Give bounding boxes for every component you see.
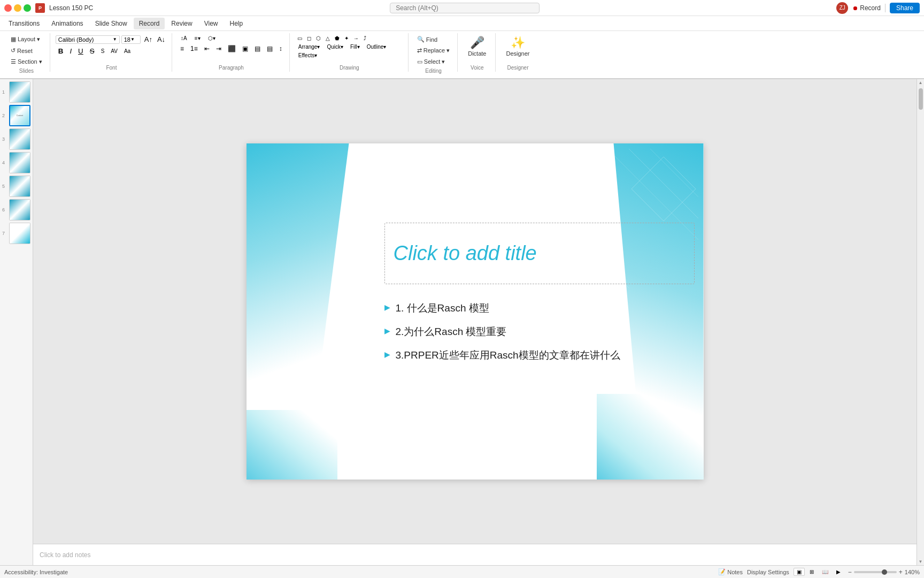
slide-thumb-2[interactable]: Content [9, 105, 30, 126]
align-center-btn[interactable]: ▣ [240, 44, 251, 54]
justify-btn[interactable]: ▤ [264, 44, 275, 54]
menu-record[interactable]: Record [134, 18, 165, 29]
slide-thumb-7[interactable] [9, 223, 30, 244]
italic-btn[interactable]: I [67, 46, 74, 56]
share-button[interactable]: Share [890, 3, 920, 13]
slide-thumb-5[interactable] [9, 176, 30, 197]
zoom-level: 140% [905, 569, 920, 575]
scroll-thumb[interactable] [919, 88, 923, 110]
align-left-btn[interactable]: ⬛ [225, 44, 238, 54]
notes-placeholder: Click to add notes [40, 551, 90, 559]
slide-thumb-4[interactable] [9, 152, 30, 173]
shape-7[interactable]: → [351, 34, 361, 42]
font-size-dropdown[interactable]: 18 ▼ [121, 35, 141, 44]
file-title: Lesson 150 PC [49, 4, 93, 12]
strikethrough-btn[interactable]: S [87, 46, 97, 56]
minimize-button[interactable] [14, 4, 21, 12]
col-spacing-btn[interactable]: ↕ [276, 44, 285, 54]
menu-help[interactable]: Help [225, 18, 249, 29]
shape-5[interactable]: ⬟ [333, 34, 342, 42]
display-settings-button[interactable]: Display Settings [747, 569, 789, 575]
notes-area[interactable]: Click to add notes [33, 544, 917, 565]
maximize-button[interactable] [24, 4, 31, 12]
ribbon: ▦ Layout ▾ ↺ Reset ☰ Section ▾ Slides [0, 31, 924, 79]
shadow-btn[interactable]: S [98, 47, 107, 55]
fontcase-btn[interactable]: Aa [121, 47, 133, 55]
shapeoutline-btn[interactable]: Outline▾ [364, 43, 390, 51]
slide-bullets: ▶ 1. 什么是Rasch 模型 ▶ 2.为什么Rasch 模型重要 ▶ 3.P… [384, 301, 704, 372]
slide-title-box[interactable]: Click to add title [384, 223, 695, 284]
charspace-btn[interactable]: AV [108, 47, 120, 55]
menu-transitions[interactable]: Transitions [3, 18, 45, 29]
bold-btn[interactable]: B [56, 46, 66, 56]
numbering-btn[interactable]: 1≡ [188, 44, 201, 54]
reset-button[interactable]: ↺ Reset [7, 45, 36, 56]
bullet-arrow-3: ▶ [384, 350, 390, 359]
zoom-thumb [882, 569, 887, 575]
zoom-out-btn[interactable]: − [848, 568, 852, 576]
menu-review[interactable]: Review [166, 18, 197, 29]
slide-thumb-6[interactable] [9, 199, 30, 220]
find-button[interactable]: 🔍 Find [414, 34, 441, 44]
record-button[interactable]: ⏺ Record [852, 4, 881, 12]
slide-sorter-btn[interactable]: ⊞ [806, 568, 817, 576]
slide-thumb-container-5: 5 [2, 176, 30, 197]
select-button[interactable]: ▭ Select ▾ [414, 57, 449, 67]
slideshow-btn[interactable]: ▶ [833, 568, 844, 576]
search-input[interactable] [390, 3, 540, 13]
scroll-up-arrow[interactable]: ▲ [918, 79, 924, 86]
bullet-arrow-1: ▶ [384, 303, 390, 311]
zoom-slider[interactable] [854, 571, 897, 573]
slide-thumb-container-2: 2 Content [2, 105, 30, 126]
decrease-indent-btn[interactable]: ⇤ [202, 44, 212, 54]
font-decrease-btn[interactable]: A↓ [155, 34, 167, 44]
user-area: ZJ ⏺ Record Share [836, 2, 920, 14]
reading-view-btn[interactable]: 📖 [819, 568, 831, 576]
layout-button[interactable]: ▦ Layout ▾ [7, 34, 43, 44]
slide-thumb-3[interactable] [9, 128, 30, 150]
increase-indent-btn[interactable]: ⇥ [213, 44, 224, 54]
slide-canvas[interactable]: Click to add title ▶ 1. 什么是Rasch 模型 ▶ 2.… [247, 143, 704, 480]
arrange-btn[interactable]: Arrange▾ [295, 43, 324, 51]
shape-6[interactable]: ✦ [342, 34, 351, 42]
quickstyles-btn[interactable]: Quick▾ [324, 43, 346, 51]
bullets-btn[interactable]: ≡ [178, 44, 187, 54]
designer-button[interactable]: ✨ Designer [501, 34, 534, 59]
convert-smartart-btn[interactable]: ⬡▾ [205, 34, 219, 42]
close-button[interactable] [4, 4, 12, 12]
shapefill-btn[interactable]: Fill▾ [347, 43, 363, 51]
slide-thumb-1[interactable]: Slide [9, 81, 30, 103]
menu-animations[interactable]: Animations [46, 18, 88, 29]
section-icon: ☰ [11, 58, 16, 65]
slide-thumb-container-6: 6 [2, 199, 30, 220]
font-increase-btn[interactable]: A↑ [142, 34, 155, 44]
text-direction-btn[interactable]: ↕A [178, 34, 190, 42]
notes-button[interactable]: 📝 Notes [718, 568, 743, 575]
zoom-in-btn[interactable]: + [899, 568, 903, 576]
shape-1[interactable]: ▭ [295, 34, 304, 42]
align-text-btn[interactable]: ≡▾ [191, 34, 204, 42]
shapeeffects-btn[interactable]: Effects▾ [295, 51, 320, 59]
scroll-down-arrow[interactable]: ▼ [918, 558, 924, 565]
replace-button[interactable]: ⇄ Replace ▾ [414, 45, 453, 56]
shape-4[interactable]: △ [324, 34, 332, 42]
user-avatar: ZJ [836, 2, 848, 14]
menu-view[interactable]: View [199, 18, 224, 29]
font-family-dropdown[interactable]: Calibri (Body) ▼ [56, 35, 120, 44]
shape-8[interactable]: ⤴ [361, 34, 368, 42]
zoom-control: − + 140% [848, 568, 920, 576]
underline-btn[interactable]: U [75, 46, 86, 56]
slide-thumb-container-7: 7 [2, 223, 30, 244]
right-scrollbar[interactable]: ▲ ▼ [917, 79, 924, 565]
dictate-button[interactable]: 🎤 Dictate [463, 34, 491, 59]
align-right-btn[interactable]: ▤ [252, 44, 263, 54]
menu-slideshow[interactable]: Slide Show [90, 18, 133, 29]
main-slide-area: Click to add title ▶ 1. 什么是Rasch 模型 ▶ 2.… [33, 79, 917, 565]
section-button[interactable]: ☰ Section ▾ [7, 57, 45, 67]
shape-2[interactable]: ◻ [305, 34, 313, 42]
slide-thumb-container-1: 1 Slide [2, 81, 30, 103]
shape-3[interactable]: ⬡ [314, 34, 323, 42]
ribbon-group-paragraph: ↕A ≡▾ ⬡▾ ≡ 1≡ ⇤ ⇥ ⬛ ▣ ▤ ▤ ↕ Paragraph [173, 33, 290, 72]
normal-view-btn[interactable]: ▣ [794, 568, 805, 576]
accessibility-status: Accessibility: Investigate [4, 569, 68, 575]
